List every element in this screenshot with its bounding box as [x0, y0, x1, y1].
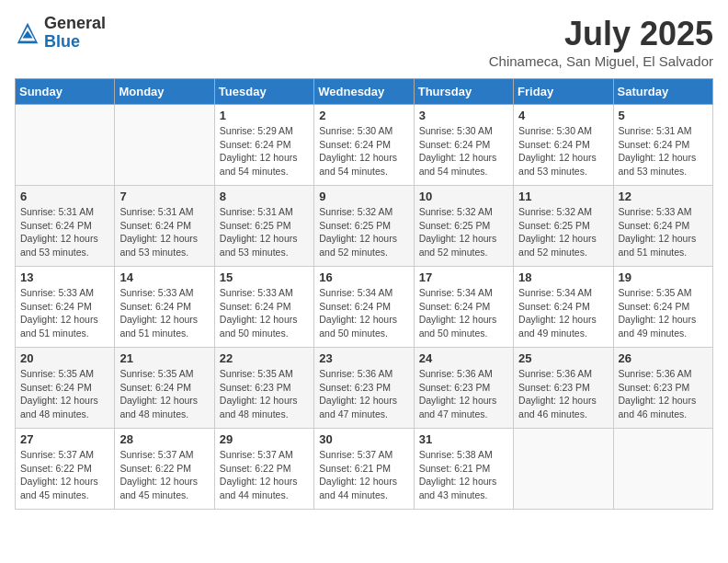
day-info: Sunrise: 5:32 AM Sunset: 6:25 PM Dayligh…	[319, 205, 408, 259]
logo-icon	[15, 20, 40, 46]
day-info: Sunrise: 5:33 AM Sunset: 6:24 PM Dayligh…	[20, 286, 109, 340]
day-info: Sunrise: 5:30 AM Sunset: 6:24 PM Dayligh…	[518, 124, 608, 178]
day-cell: 28Sunrise: 5:37 AM Sunset: 6:22 PM Dayli…	[115, 429, 214, 510]
header-friday: Friday	[514, 79, 613, 105]
day-cell: 8Sunrise: 5:31 AM Sunset: 6:25 PM Daylig…	[214, 186, 313, 267]
day-cell: 31Sunrise: 5:38 AM Sunset: 6:21 PM Dayli…	[414, 429, 513, 510]
day-number: 26	[619, 351, 708, 365]
header-tuesday: Tuesday	[214, 79, 313, 105]
week-row-2: 6Sunrise: 5:31 AM Sunset: 6:24 PM Daylig…	[16, 186, 713, 267]
day-cell: 22Sunrise: 5:35 AM Sunset: 6:23 PM Dayli…	[214, 348, 313, 429]
day-cell: 20Sunrise: 5:35 AM Sunset: 6:24 PM Dayli…	[16, 348, 115, 429]
day-number: 15	[220, 270, 309, 284]
day-info: Sunrise: 5:30 AM Sunset: 6:24 PM Dayligh…	[419, 124, 508, 178]
page-header: General Blue July 2025 Chinameca, San Mi…	[15, 15, 713, 69]
day-number: 1	[220, 109, 309, 122]
day-cell	[613, 429, 712, 510]
day-info: Sunrise: 5:30 AM Sunset: 6:24 PM Dayligh…	[319, 124, 408, 178]
day-info: Sunrise: 5:31 AM Sunset: 6:24 PM Dayligh…	[619, 124, 708, 178]
day-cell: 1Sunrise: 5:29 AM Sunset: 6:24 PM Daylig…	[214, 105, 313, 186]
day-cell: 16Sunrise: 5:34 AM Sunset: 6:24 PM Dayli…	[314, 267, 414, 348]
logo: General Blue	[15, 15, 106, 52]
day-number: 30	[319, 432, 408, 446]
calendar-header-row: SundayMondayTuesdayWednesdayThursdayFrid…	[16, 79, 713, 105]
day-number: 5	[619, 109, 708, 122]
day-number: 4	[518, 109, 608, 122]
day-cell	[115, 105, 214, 186]
day-cell: 19Sunrise: 5:35 AM Sunset: 6:24 PM Dayli…	[613, 267, 712, 348]
day-info: Sunrise: 5:33 AM Sunset: 6:24 PM Dayligh…	[119, 286, 209, 340]
day-info: Sunrise: 5:35 AM Sunset: 6:24 PM Dayligh…	[119, 367, 209, 421]
day-info: Sunrise: 5:35 AM Sunset: 6:23 PM Dayligh…	[220, 367, 309, 421]
header-thursday: Thursday	[414, 79, 513, 105]
day-cell: 7Sunrise: 5:31 AM Sunset: 6:24 PM Daylig…	[115, 186, 214, 267]
day-cell: 27Sunrise: 5:37 AM Sunset: 6:22 PM Dayli…	[16, 429, 115, 510]
day-info: Sunrise: 5:34 AM Sunset: 6:24 PM Dayligh…	[518, 286, 608, 340]
title-area: July 2025 Chinameca, San Miguel, El Salv…	[489, 15, 713, 69]
day-cell: 24Sunrise: 5:36 AM Sunset: 6:23 PM Dayli…	[414, 348, 513, 429]
day-number: 12	[619, 190, 708, 203]
day-number: 2	[319, 109, 408, 122]
day-info: Sunrise: 5:34 AM Sunset: 6:24 PM Dayligh…	[319, 286, 408, 340]
day-number: 29	[220, 432, 309, 446]
day-info: Sunrise: 5:33 AM Sunset: 6:24 PM Dayligh…	[220, 286, 309, 340]
day-info: Sunrise: 5:34 AM Sunset: 6:24 PM Dayligh…	[419, 286, 508, 340]
day-cell: 10Sunrise: 5:32 AM Sunset: 6:25 PM Dayli…	[414, 186, 513, 267]
day-number: 8	[220, 190, 309, 203]
day-number: 17	[419, 270, 508, 284]
day-cell: 15Sunrise: 5:33 AM Sunset: 6:24 PM Dayli…	[214, 267, 313, 348]
week-row-3: 13Sunrise: 5:33 AM Sunset: 6:24 PM Dayli…	[16, 267, 713, 348]
day-cell: 5Sunrise: 5:31 AM Sunset: 6:24 PM Daylig…	[613, 105, 712, 186]
day-cell	[16, 105, 115, 186]
day-cell	[514, 429, 613, 510]
day-cell: 14Sunrise: 5:33 AM Sunset: 6:24 PM Dayli…	[115, 267, 214, 348]
day-cell: 12Sunrise: 5:33 AM Sunset: 6:24 PM Dayli…	[613, 186, 712, 267]
day-info: Sunrise: 5:36 AM Sunset: 6:23 PM Dayligh…	[619, 367, 708, 421]
day-number: 27	[20, 432, 109, 446]
day-cell: 30Sunrise: 5:37 AM Sunset: 6:21 PM Dayli…	[314, 429, 414, 510]
week-row-4: 20Sunrise: 5:35 AM Sunset: 6:24 PM Dayli…	[16, 348, 713, 429]
month-year-title: July 2025	[489, 15, 713, 53]
day-cell: 23Sunrise: 5:36 AM Sunset: 6:23 PM Dayli…	[314, 348, 414, 429]
location-subtitle: Chinameca, San Miguel, El Salvador	[489, 53, 713, 69]
header-wednesday: Wednesday	[314, 79, 414, 105]
day-cell: 21Sunrise: 5:35 AM Sunset: 6:24 PM Dayli…	[115, 348, 214, 429]
day-number: 24	[419, 351, 508, 365]
day-cell: 17Sunrise: 5:34 AM Sunset: 6:24 PM Dayli…	[414, 267, 513, 348]
day-number: 31	[419, 432, 508, 446]
day-cell: 13Sunrise: 5:33 AM Sunset: 6:24 PM Dayli…	[16, 267, 115, 348]
day-number: 16	[319, 270, 408, 284]
day-info: Sunrise: 5:32 AM Sunset: 6:25 PM Dayligh…	[518, 205, 608, 259]
day-info: Sunrise: 5:31 AM Sunset: 6:24 PM Dayligh…	[20, 205, 109, 259]
day-info: Sunrise: 5:29 AM Sunset: 6:24 PM Dayligh…	[220, 124, 309, 178]
day-info: Sunrise: 5:33 AM Sunset: 6:24 PM Dayligh…	[619, 205, 708, 259]
day-number: 6	[20, 190, 109, 203]
day-cell: 6Sunrise: 5:31 AM Sunset: 6:24 PM Daylig…	[16, 186, 115, 267]
day-info: Sunrise: 5:32 AM Sunset: 6:25 PM Dayligh…	[419, 205, 508, 259]
day-number: 19	[619, 270, 708, 284]
day-number: 7	[119, 190, 209, 203]
day-info: Sunrise: 5:38 AM Sunset: 6:21 PM Dayligh…	[419, 448, 508, 502]
day-info: Sunrise: 5:35 AM Sunset: 6:24 PM Dayligh…	[20, 367, 109, 421]
day-number: 14	[119, 270, 209, 284]
day-info: Sunrise: 5:36 AM Sunset: 6:23 PM Dayligh…	[419, 367, 508, 421]
logo-general-text: General	[44, 15, 106, 33]
day-info: Sunrise: 5:37 AM Sunset: 6:22 PM Dayligh…	[20, 448, 109, 502]
day-info: Sunrise: 5:31 AM Sunset: 6:25 PM Dayligh…	[220, 205, 309, 259]
day-number: 28	[119, 432, 209, 446]
day-info: Sunrise: 5:31 AM Sunset: 6:24 PM Dayligh…	[119, 205, 209, 259]
day-cell: 26Sunrise: 5:36 AM Sunset: 6:23 PM Dayli…	[613, 348, 712, 429]
day-cell: 4Sunrise: 5:30 AM Sunset: 6:24 PM Daylig…	[514, 105, 613, 186]
header-saturday: Saturday	[613, 79, 712, 105]
day-cell: 9Sunrise: 5:32 AM Sunset: 6:25 PM Daylig…	[314, 186, 414, 267]
day-number: 21	[119, 351, 209, 365]
header-monday: Monday	[115, 79, 214, 105]
calendar-table: SundayMondayTuesdayWednesdayThursdayFrid…	[15, 78, 713, 510]
day-number: 25	[518, 351, 608, 365]
day-cell: 25Sunrise: 5:36 AM Sunset: 6:23 PM Dayli…	[514, 348, 613, 429]
day-cell: 2Sunrise: 5:30 AM Sunset: 6:24 PM Daylig…	[314, 105, 414, 186]
week-row-1: 1Sunrise: 5:29 AM Sunset: 6:24 PM Daylig…	[16, 105, 713, 186]
day-info: Sunrise: 5:37 AM Sunset: 6:21 PM Dayligh…	[319, 448, 408, 502]
day-info: Sunrise: 5:35 AM Sunset: 6:24 PM Dayligh…	[619, 286, 708, 340]
day-number: 11	[518, 190, 608, 203]
